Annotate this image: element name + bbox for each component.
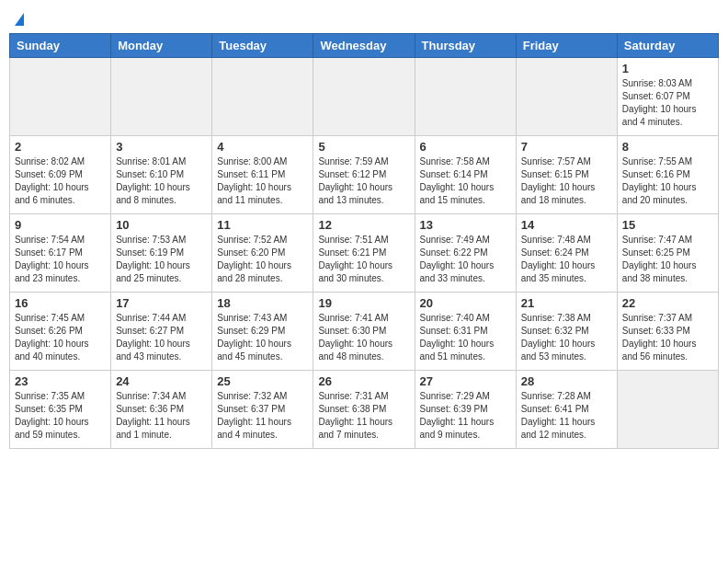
calendar-cell: 6Sunrise: 7:58 AM Sunset: 6:14 PM Daylig… [415,136,516,214]
calendar-table: SundayMondayTuesdayWednesdayThursdayFrid… [9,33,719,449]
cell-details: Sunrise: 7:28 AM Sunset: 6:41 PM Dayligh… [521,390,612,442]
calendar-cell [617,371,718,449]
calendar-cell [313,58,415,136]
calendar-cell: 4Sunrise: 8:00 AM Sunset: 6:11 PM Daylig… [212,136,313,214]
cell-details: Sunrise: 7:58 AM Sunset: 6:14 PM Dayligh… [420,155,511,207]
cell-details: Sunrise: 7:45 AM Sunset: 6:26 PM Dayligh… [15,312,106,363]
cell-details: Sunrise: 7:44 AM Sunset: 6:27 PM Dayligh… [116,312,207,363]
calendar-week-row: 16Sunrise: 7:45 AM Sunset: 6:26 PM Dayli… [10,293,719,371]
calendar-cell: 14Sunrise: 7:48 AM Sunset: 6:24 PM Dayli… [516,214,617,293]
calendar-cell: 20Sunrise: 7:40 AM Sunset: 6:31 PM Dayli… [415,293,516,371]
calendar-cell [212,58,313,136]
cell-details: Sunrise: 7:53 AM Sunset: 6:19 PM Dayligh… [116,234,207,285]
day-number: 19 [318,296,409,310]
day-number: 27 [420,374,511,388]
calendar-cell: 11Sunrise: 7:52 AM Sunset: 6:20 PM Dayli… [212,214,313,293]
calendar-cell: 25Sunrise: 7:32 AM Sunset: 6:37 PM Dayli… [212,371,313,449]
cell-details: Sunrise: 7:57 AM Sunset: 6:15 PM Dayligh… [521,155,612,207]
weekday-header-wednesday: Wednesday [313,34,415,58]
day-number: 25 [217,374,308,388]
calendar-cell: 3Sunrise: 8:01 AM Sunset: 6:10 PM Daylig… [111,136,212,214]
day-number: 28 [521,374,612,388]
logo [13,9,24,26]
day-number: 13 [420,218,511,232]
day-number: 20 [420,296,511,310]
calendar-cell: 19Sunrise: 7:41 AM Sunset: 6:30 PM Dayli… [313,293,415,371]
cell-details: Sunrise: 7:48 AM Sunset: 6:24 PM Dayligh… [521,234,612,285]
calendar-cell: 28Sunrise: 7:28 AM Sunset: 6:41 PM Dayli… [516,371,617,449]
cell-details: Sunrise: 7:32 AM Sunset: 6:37 PM Dayligh… [217,390,308,442]
calendar-cell: 2Sunrise: 8:02 AM Sunset: 6:09 PM Daylig… [10,136,111,214]
calendar-cell: 23Sunrise: 7:35 AM Sunset: 6:35 PM Dayli… [10,371,111,449]
cell-details: Sunrise: 7:31 AM Sunset: 6:38 PM Dayligh… [318,390,409,442]
day-number: 10 [116,218,207,232]
calendar-cell: 21Sunrise: 7:38 AM Sunset: 6:32 PM Dayli… [516,293,617,371]
calendar-cell: 7Sunrise: 7:57 AM Sunset: 6:15 PM Daylig… [516,136,617,214]
cell-details: Sunrise: 7:34 AM Sunset: 6:36 PM Dayligh… [116,390,207,442]
calendar-header-row: SundayMondayTuesdayWednesdayThursdayFrid… [10,34,719,58]
calendar-cell [111,58,212,136]
cell-details: Sunrise: 7:40 AM Sunset: 6:31 PM Dayligh… [420,312,511,363]
cell-details: Sunrise: 8:03 AM Sunset: 6:07 PM Dayligh… [622,77,713,129]
day-number: 12 [318,218,409,232]
weekday-header-saturday: Saturday [617,34,718,58]
weekday-header-sunday: Sunday [10,34,111,58]
calendar-cell: 16Sunrise: 7:45 AM Sunset: 6:26 PM Dayli… [10,293,111,371]
calendar-cell: 13Sunrise: 7:49 AM Sunset: 6:22 PM Dayli… [415,214,516,293]
cell-details: Sunrise: 7:54 AM Sunset: 6:17 PM Dayligh… [15,234,106,285]
day-number: 2 [15,140,106,154]
calendar-cell: 10Sunrise: 7:53 AM Sunset: 6:19 PM Dayli… [111,214,212,293]
calendar-cell: 26Sunrise: 7:31 AM Sunset: 6:38 PM Dayli… [313,371,415,449]
cell-details: Sunrise: 7:47 AM Sunset: 6:25 PM Dayligh… [622,234,713,285]
cell-details: Sunrise: 8:02 AM Sunset: 6:09 PM Dayligh… [15,155,106,207]
calendar-cell: 17Sunrise: 7:44 AM Sunset: 6:27 PM Dayli… [111,293,212,371]
calendar-week-row: 1Sunrise: 8:03 AM Sunset: 6:07 PM Daylig… [10,58,719,136]
weekday-header-thursday: Thursday [415,34,516,58]
calendar-cell: 22Sunrise: 7:37 AM Sunset: 6:33 PM Dayli… [617,293,718,371]
page-header [9,9,719,26]
calendar-cell: 12Sunrise: 7:51 AM Sunset: 6:21 PM Dayli… [313,214,415,293]
day-number: 8 [622,140,713,154]
cell-details: Sunrise: 8:01 AM Sunset: 6:10 PM Dayligh… [116,155,207,207]
day-number: 15 [622,218,713,232]
day-number: 11 [217,218,308,232]
day-number: 22 [622,296,713,310]
cell-details: Sunrise: 7:29 AM Sunset: 6:39 PM Dayligh… [420,390,511,442]
calendar-cell: 24Sunrise: 7:34 AM Sunset: 6:36 PM Dayli… [111,371,212,449]
calendar-cell: 18Sunrise: 7:43 AM Sunset: 6:29 PM Dayli… [212,293,313,371]
cell-details: Sunrise: 7:37 AM Sunset: 6:33 PM Dayligh… [622,312,713,363]
day-number: 1 [622,62,713,75]
calendar-week-row: 2Sunrise: 8:02 AM Sunset: 6:09 PM Daylig… [10,136,719,214]
weekday-header-tuesday: Tuesday [212,34,313,58]
cell-details: Sunrise: 8:00 AM Sunset: 6:11 PM Dayligh… [217,155,308,207]
day-number: 7 [521,140,612,154]
day-number: 24 [116,374,207,388]
day-number: 9 [15,218,106,232]
calendar-week-row: 9Sunrise: 7:54 AM Sunset: 6:17 PM Daylig… [10,214,719,293]
cell-details: Sunrise: 7:52 AM Sunset: 6:20 PM Dayligh… [217,234,308,285]
cell-details: Sunrise: 7:38 AM Sunset: 6:32 PM Dayligh… [521,312,612,363]
day-number: 18 [217,296,308,310]
cell-details: Sunrise: 7:43 AM Sunset: 6:29 PM Dayligh… [217,312,308,363]
day-number: 17 [116,296,207,310]
cell-details: Sunrise: 7:51 AM Sunset: 6:21 PM Dayligh… [318,234,409,285]
cell-details: Sunrise: 7:35 AM Sunset: 6:35 PM Dayligh… [15,390,106,442]
day-number: 23 [15,374,106,388]
cell-details: Sunrise: 7:49 AM Sunset: 6:22 PM Dayligh… [420,234,511,285]
calendar-cell [10,58,111,136]
cell-details: Sunrise: 7:59 AM Sunset: 6:12 PM Dayligh… [318,155,409,207]
calendar-cell: 9Sunrise: 7:54 AM Sunset: 6:17 PM Daylig… [10,214,111,293]
day-number: 16 [15,296,106,310]
weekday-header-friday: Friday [516,34,617,58]
calendar-cell: 27Sunrise: 7:29 AM Sunset: 6:39 PM Dayli… [415,371,516,449]
calendar-cell: 8Sunrise: 7:55 AM Sunset: 6:16 PM Daylig… [617,136,718,214]
day-number: 21 [521,296,612,310]
calendar-week-row: 23Sunrise: 7:35 AM Sunset: 6:35 PM Dayli… [10,371,719,449]
calendar-cell: 15Sunrise: 7:47 AM Sunset: 6:25 PM Dayli… [617,214,718,293]
calendar-cell [415,58,516,136]
calendar-cell: 5Sunrise: 7:59 AM Sunset: 6:12 PM Daylig… [313,136,415,214]
logo-triangle-icon [15,13,24,26]
day-number: 14 [521,218,612,232]
calendar-cell [516,58,617,136]
cell-details: Sunrise: 7:55 AM Sunset: 6:16 PM Dayligh… [622,155,713,207]
